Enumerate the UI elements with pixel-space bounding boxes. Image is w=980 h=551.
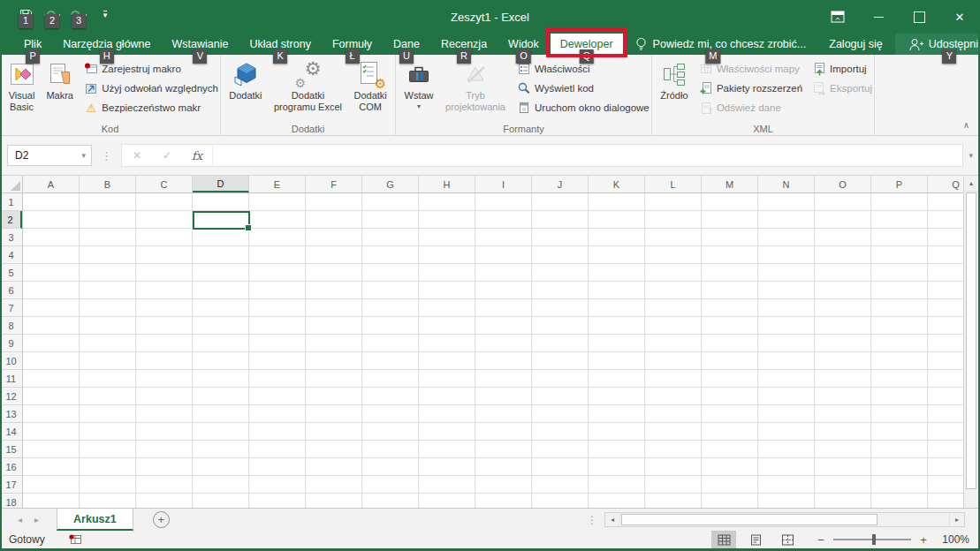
row-header-1[interactable]: 1 bbox=[0, 193, 22, 211]
zoom-percentage[interactable]: 100% bbox=[936, 533, 969, 546]
tab-wstawianie[interactable]: Wstawianie V bbox=[163, 34, 239, 55]
zoom-in-button[interactable]: + bbox=[918, 533, 929, 547]
ribbon-display-options-button[interactable] bbox=[817, 0, 858, 34]
column-header-A[interactable]: A bbox=[23, 176, 80, 192]
zoom-slider[interactable] bbox=[833, 539, 911, 540]
makra-button[interactable]: Makra bbox=[42, 57, 78, 123]
tab-recenzja[interactable]: Recenzja R bbox=[431, 34, 497, 55]
enter-button[interactable]: ✓ bbox=[152, 149, 182, 162]
zoom-out-button[interactable]: − bbox=[816, 533, 826, 547]
customize-qat-button[interactable]: ▾ bbox=[92, 4, 118, 26]
row-header-13[interactable]: 13 bbox=[0, 405, 22, 423]
column-header-F[interactable]: F bbox=[306, 176, 362, 192]
tab-dane[interactable]: Dane U bbox=[384, 34, 429, 55]
insert-function-button[interactable]: fx bbox=[182, 149, 212, 162]
formula-input[interactable] bbox=[212, 145, 962, 166]
row-header-4[interactable]: 4 bbox=[0, 246, 22, 264]
row-header-2[interactable]: 2 bbox=[0, 211, 22, 229]
expand-formula-bar-icon[interactable]: ▾ bbox=[969, 151, 973, 160]
undo-button[interactable]: ↶▾ 2 bbox=[39, 4, 65, 26]
page-layout-view-button[interactable] bbox=[743, 531, 768, 548]
column-header-M[interactable]: M bbox=[702, 176, 758, 192]
vertical-scrollbar-thumb[interactable] bbox=[966, 192, 976, 489]
row-header-16[interactable]: 16 bbox=[0, 458, 22, 476]
redo-button[interactable]: ↷▾ 3 bbox=[65, 4, 92, 26]
row-header-18[interactable]: 18 bbox=[0, 494, 22, 508]
wstaw-button[interactable]: Wstaw ▾ bbox=[398, 57, 440, 123]
uzyj-odwolan-wzglednych-button[interactable]: Użyj odwołań względnych bbox=[83, 79, 218, 98]
row-header-3[interactable]: 3 bbox=[0, 229, 22, 246]
column-header-I[interactable]: I bbox=[475, 176, 532, 192]
formula-bar-separator-dots[interactable]: ⋮ bbox=[101, 149, 112, 162]
row-header-9[interactable]: 9 bbox=[0, 335, 22, 352]
visual-basic-button[interactable]: Visual Basic bbox=[2, 57, 42, 123]
column-header-L[interactable]: L bbox=[645, 176, 702, 192]
row-header-6[interactable]: 6 bbox=[0, 282, 22, 299]
cancel-button[interactable]: ✕ bbox=[122, 149, 152, 162]
sign-in-button[interactable]: Zaloguj się bbox=[817, 34, 894, 55]
sheetbar-separator-dots[interactable]: ⋮ bbox=[587, 514, 597, 526]
name-box[interactable]: D2 ▾ bbox=[7, 145, 92, 166]
horizontal-scrollbar-thumb[interactable] bbox=[621, 514, 877, 525]
bezpieczenstwo-makr-button[interactable]: ⚠ Bezpieczeństwo makr bbox=[83, 98, 218, 117]
horizontal-scrollbar-track[interactable] bbox=[620, 513, 949, 526]
sheet-tab-arkusz1[interactable]: Arkusz1 bbox=[57, 509, 133, 531]
sheet-nav-left-icon[interactable]: ◂ bbox=[18, 515, 22, 525]
select-all-corner[interactable] bbox=[0, 176, 23, 193]
dodatki-programu-excel-button[interactable]: ⚙⚙ Dodatki programu Excel bbox=[272, 57, 345, 123]
column-header-Q[interactable]: Q bbox=[928, 176, 963, 192]
tryb-projektowania-button[interactable]: Tryb projektowania bbox=[440, 57, 511, 123]
tab-deweloper[interactable]: Deweloper Q bbox=[551, 34, 623, 55]
column-header-H[interactable]: H bbox=[419, 176, 475, 192]
column-header-B[interactable]: B bbox=[80, 176, 136, 192]
scroll-up-icon[interactable]: ▴ bbox=[964, 176, 978, 192]
cells-area[interactable] bbox=[23, 193, 963, 508]
importuj-button[interactable]: Importuj bbox=[811, 59, 872, 79]
eksportuj-button[interactable]: Eksportuj bbox=[811, 79, 872, 98]
tab-formuly[interactable]: Formuły Ł bbox=[323, 34, 382, 55]
column-header-K[interactable]: K bbox=[589, 176, 645, 192]
row-header-5[interactable]: 5 bbox=[0, 264, 22, 282]
add-sheet-button[interactable]: + bbox=[153, 511, 170, 528]
macro-record-status-icon[interactable] bbox=[68, 533, 82, 546]
tab-plik[interactable]: Plik P bbox=[14, 34, 51, 55]
tab-widok[interactable]: Widok O bbox=[498, 34, 549, 55]
row-header-10[interactable]: 10 bbox=[0, 352, 22, 370]
row-header-11[interactable]: 11 bbox=[0, 370, 22, 388]
column-header-O[interactable]: O bbox=[815, 176, 871, 192]
name-box-caret-icon[interactable]: ▾ bbox=[81, 151, 86, 160]
column-header-D[interactable]: D bbox=[193, 176, 249, 192]
wyswietl-kod-button[interactable]: Wyświetl kod bbox=[516, 79, 650, 98]
dodatki-com-button[interactable]: ⚙ Dodatki COM bbox=[347, 57, 393, 123]
tell-me-box[interactable]: Powiedz mi, co chcesz zrobić... M bbox=[625, 34, 817, 55]
share-button[interactable]: Udostępnij Y bbox=[895, 34, 980, 55]
selected-cell-D2[interactable] bbox=[193, 211, 250, 230]
fill-handle[interactable] bbox=[245, 224, 252, 231]
pakiety-rozszerzen-button[interactable]: Pakiety rozszerzeń bbox=[698, 79, 802, 98]
odswiez-dane-button[interactable]: Odśwież dane bbox=[698, 98, 802, 117]
tab-uklad-strony[interactable]: Układ strony K bbox=[239, 34, 320, 55]
row-header-8[interactable]: 8 bbox=[0, 317, 22, 335]
column-header-P[interactable]: P bbox=[871, 176, 928, 192]
page-break-view-button[interactable] bbox=[775, 531, 800, 548]
save-button[interactable]: 1 bbox=[12, 4, 39, 26]
zoom-slider-thumb[interactable] bbox=[872, 534, 876, 545]
row-header-12[interactable]: 12 bbox=[0, 388, 22, 405]
row-header-14[interactable]: 14 bbox=[0, 423, 22, 441]
close-button[interactable]: ✕ bbox=[939, 0, 980, 34]
horizontal-scrollbar[interactable]: ◂ ▸ bbox=[604, 512, 965, 527]
column-header-N[interactable]: N bbox=[758, 176, 815, 192]
column-header-E[interactable]: E bbox=[249, 176, 306, 192]
dodatki-button[interactable]: Dodatki bbox=[223, 57, 269, 123]
normal-view-button[interactable] bbox=[711, 531, 736, 548]
collapse-ribbon-icon[interactable]: ∧ bbox=[963, 120, 969, 130]
column-header-C[interactable]: C bbox=[136, 176, 193, 192]
scroll-right-icon[interactable]: ▸ bbox=[949, 513, 964, 526]
scroll-left-icon[interactable]: ◂ bbox=[605, 513, 620, 526]
column-header-J[interactable]: J bbox=[532, 176, 589, 192]
tab-narzedzia-glowne[interactable]: Narzędzia główne H bbox=[53, 34, 160, 55]
minimize-button[interactable] bbox=[858, 0, 899, 34]
row-header-15[interactable]: 15 bbox=[0, 441, 22, 458]
row-header-7[interactable]: 7 bbox=[0, 299, 22, 317]
row-header-17[interactable]: 17 bbox=[0, 476, 22, 494]
